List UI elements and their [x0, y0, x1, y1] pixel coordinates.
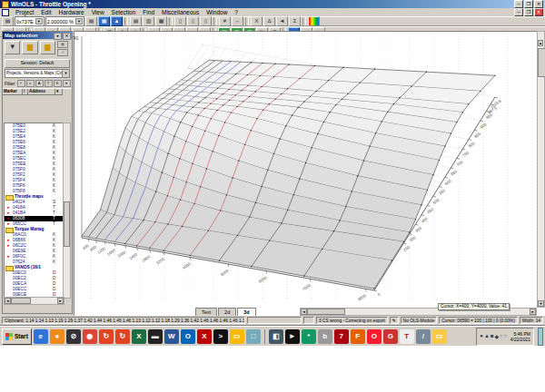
mdi-minimize-button[interactable]: ─ — [514, 8, 523, 16]
save-icon[interactable]: ▼ — [5, 41, 20, 54]
menu-item-hardware[interactable]: Hardware — [54, 8, 87, 16]
scrollbar-thumb[interactable] — [11, 298, 31, 304]
folder-yellow-icon[interactable]: ▭ — [432, 329, 447, 344]
row-view-icon[interactable]: ▥ — [143, 16, 154, 26]
list-header[interactable]: Marker/Address▾ — [3, 88, 72, 95]
wrench-icon[interactable]: / — [416, 329, 431, 344]
view-3d-button[interactable]: ▲ — [111, 16, 123, 26]
combo-arrow-icon[interactable]: ▼ — [75, 18, 83, 24]
tab-3d[interactable]: 3d — [237, 308, 255, 316]
session-button[interactable]: Session: Default — [5, 59, 70, 68]
show-desktop-button[interactable] — [538, 328, 543, 346]
menu-item-view[interactable]: View — [88, 8, 108, 16]
sphere-icon[interactable]: G — [383, 329, 398, 344]
nitro-2-icon[interactable]: ↻ — [115, 329, 130, 344]
app-blue-icon[interactable]: □ — [246, 329, 261, 344]
scope-dropdown[interactable]: Projects, Versions & Maps (Ctrl▼ — [5, 69, 70, 78]
panel-close-icon[interactable]: ✕ — [63, 33, 71, 40]
mdi-doc-icon[interactable]: ▤ — [2, 16, 14, 26]
scroll-up-icon[interactable]: ▲ — [538, 40, 543, 46]
panel-pin-icon[interactable]: ▾ — [54, 33, 62, 40]
color-scale-icon[interactable] — [308, 16, 320, 26]
menu-item-window[interactable]: Window — [203, 8, 231, 16]
swap-axes-icon[interactable]: ↔ — [232, 16, 243, 26]
undo-arrow-icon[interactable]: ◄ — [276, 16, 288, 26]
hash-icon[interactable]: # — [219, 16, 231, 26]
filter-button-5[interactable]: ▾ — [63, 80, 71, 87]
filter-button-1[interactable]: ± — [26, 80, 35, 87]
column-original-icon[interactable]: ▯ — [174, 16, 186, 26]
factor-combo[interactable]: 2.000000 %▼ — [45, 16, 84, 26]
scroll-right-icon[interactable]: ► — [57, 298, 64, 304]
tray-icon-3[interactable]: ◆ — [495, 333, 500, 339]
tab-2d[interactable]: 2d — [218, 308, 236, 316]
scrollbar-thumb[interactable] — [538, 48, 545, 77]
outlook-icon[interactable]: O — [181, 329, 195, 344]
grid-view-icon[interactable]: ▦ — [155, 16, 167, 26]
filter-button-4[interactable]: K — [54, 80, 62, 87]
restore-button[interactable]: ❐ — [524, 0, 533, 8]
filter-button-0[interactable]: ▪ — [17, 80, 25, 87]
opera-icon[interactable]: O — [367, 329, 382, 344]
menu-item-find[interactable]: Find — [139, 8, 158, 16]
photos-icon[interactable]: * — [302, 329, 316, 344]
camera-dark-icon[interactable]: ⊘ — [66, 329, 81, 344]
media-black-icon[interactable]: ► — [285, 329, 300, 344]
column-compare-icon[interactable]: ▯ — [187, 16, 199, 26]
menu-item-edit[interactable]: Edit — [37, 8, 54, 16]
tray-icon-2[interactable]: ■ — [490, 333, 494, 339]
new-map-icon[interactable]: ▤ — [85, 16, 97, 26]
title-bar[interactable]: WinOLS - Throttle Opening * ─ ❐ ✕ — [0, 0, 545, 8]
column-header-2[interactable]: Address — [28, 89, 55, 95]
view-2d-button[interactable]: ▦ — [98, 16, 110, 26]
mdi-close-button[interactable]: ✕ — [534, 8, 543, 16]
nitro-1-icon[interactable]: ↻ — [99, 329, 114, 344]
tab-text[interactable]: Text — [195, 308, 217, 316]
start-button[interactable]: Start — [2, 328, 32, 345]
minimize-button[interactable]: ─ — [514, 0, 523, 8]
multiply-icon[interactable]: X — [251, 16, 263, 26]
tray-icon-5[interactable]: ○ — [503, 333, 507, 339]
checkerboard-icon[interactable]: ▦ — [57, 41, 68, 48]
explorer-icon[interactable]: ▭ — [230, 329, 244, 344]
red7-icon[interactable]: 7 — [334, 329, 349, 344]
filter-button-3[interactable]: T — [45, 80, 53, 87]
ie-icon[interactable]: e — [34, 329, 48, 344]
dropdown-arrow-icon[interactable]: ▼ — [62, 70, 69, 77]
column-header-3[interactable]: ▾ — [55, 89, 63, 95]
combo-arrow-icon[interactable]: ▼ — [35, 18, 43, 24]
plot-vertical-scrollbar[interactable]: ▲ ▼ — [537, 31, 545, 308]
scrollbar-thumb[interactable] — [307, 309, 345, 315]
address-combo[interactable]: 0x737E▼ — [15, 16, 45, 26]
scroll-left-icon[interactable]: ◄ — [5, 298, 11, 304]
menu-item-[interactable]: ? — [231, 8, 242, 16]
tray-icon-1[interactable]: ▲ — [484, 333, 490, 339]
column-diff-icon[interactable]: ▯ — [200, 16, 212, 26]
scrollbar-thumb[interactable] — [64, 201, 70, 247]
mdi-restore-button[interactable]: ❐ — [524, 8, 533, 16]
firefox-icon[interactable]: F — [351, 329, 365, 344]
sum-icon[interactable]: Σ — [289, 16, 301, 26]
antivirus-icon[interactable]: X — [197, 329, 212, 344]
surface-3d-chart[interactable]: 1404008001200160020002400280032004000500… — [74, 31, 545, 316]
column-header-0[interactable]: Marker — [3, 89, 23, 95]
terminal-icon[interactable]: > — [213, 329, 228, 344]
vm-icon[interactable]: ◧ — [269, 329, 283, 344]
menu-item-miscellaneous[interactable]: Miscellaneous — [158, 8, 203, 16]
menu-item-project[interactable]: Project — [12, 8, 37, 16]
tray-icon-0[interactable]: ● — [480, 333, 483, 339]
export-icon[interactable]: ↗ — [57, 49, 68, 56]
panel-horizontal-scrollbar[interactable]: ◄ ► — [4, 297, 64, 305]
excel-icon[interactable]: X — [132, 329, 146, 344]
scroll-right-icon[interactable]: ► — [530, 309, 536, 315]
bb-gray-icon[interactable]: b — [318, 329, 332, 344]
chrome-icon[interactable]: ◉ — [83, 329, 97, 344]
filter-button-2[interactable]: A — [35, 80, 44, 87]
scroll-left-icon[interactable]: ◄ — [301, 309, 307, 315]
drive-icon[interactable]: ▬ — [148, 329, 163, 344]
import-folder-icon[interactable]: ▆ — [40, 41, 55, 54]
tt-white-icon[interactable]: T — [400, 329, 414, 344]
open-folder-icon[interactable]: ▆ — [22, 41, 37, 54]
delta-icon[interactable]: Δ — [263, 16, 275, 26]
close-button[interactable]: ✕ — [534, 0, 543, 8]
